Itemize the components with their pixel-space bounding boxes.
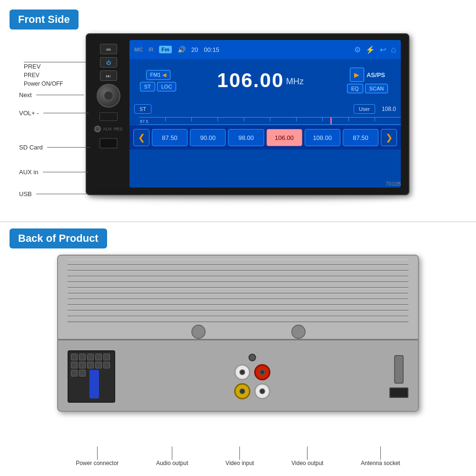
loc-label: LOC xyxy=(161,84,172,89)
prev-line xyxy=(24,62,86,62)
preset-2[interactable]: 90.00 xyxy=(190,129,226,146)
rca-inner-3 xyxy=(239,388,245,394)
st-user-row: ST User 108.0 xyxy=(129,102,401,116)
knob-inner xyxy=(104,91,113,100)
tuner-needle xyxy=(330,118,332,124)
settings-icon[interactable]: ⚙ xyxy=(354,45,361,54)
prev-freq-button[interactable]: ❮ xyxy=(133,129,149,146)
next-freq-button[interactable]: ❯ xyxy=(381,129,397,146)
back-usb-port xyxy=(389,387,408,398)
aux-jack xyxy=(94,126,101,132)
sdcard-annotation-text: SD Card xyxy=(19,144,43,151)
back-bottom-panel xyxy=(58,339,418,412)
frequency-presets: ❮ 87.50 90.00 98.00 106.00 108.00 87.50 … xyxy=(129,126,401,149)
freq-end-label: 108.0 xyxy=(382,106,396,112)
fin-7 xyxy=(68,294,408,299)
power-ann-line xyxy=(97,446,98,460)
pin-5 xyxy=(103,354,110,360)
fin-3 xyxy=(68,271,408,277)
fin-1 xyxy=(68,259,408,265)
volume-value: 20 xyxy=(191,46,198,53)
video-output-annotation: Video output xyxy=(291,446,323,466)
fm1-button[interactable]: FM1 ◀ xyxy=(146,70,170,80)
back-annotations: Power connector Audio output Video input… xyxy=(57,446,419,466)
power-button[interactable]: ⏻ xyxy=(100,57,117,68)
fin-11 xyxy=(68,317,408,322)
small-connector-1 xyxy=(191,325,206,339)
fm1-arrow: ◀ xyxy=(162,72,166,78)
power-annotation-text: PREV Power ON/OFF xyxy=(24,72,63,87)
res-label: RES xyxy=(114,127,123,131)
prev-button[interactable]: ⏮ xyxy=(100,44,117,54)
fin-2 xyxy=(68,265,408,271)
tick-2 xyxy=(191,118,192,121)
radio-device-front: ⏮ ⏻ ⏭ AUX RES MIC IR Fm 🔊 xyxy=(86,33,409,195)
fm-right-panel: ▶ AS/PS EQ SCAN xyxy=(339,68,396,93)
video-output-yellow xyxy=(234,383,250,399)
pin-9 xyxy=(95,362,102,368)
fm-label: Fm xyxy=(161,47,169,52)
fm-left-panel: FM1 ◀ ST LOC xyxy=(134,70,182,91)
as-ps-label: AS/PS xyxy=(367,71,385,79)
rca-inner-1 xyxy=(239,369,245,375)
radio-device-back: CPS xyxy=(57,255,419,412)
preset-4-active[interactable]: 106.00 xyxy=(267,129,302,146)
mini-jack-top xyxy=(248,354,256,361)
pin-11 xyxy=(71,370,78,377)
eq-button[interactable]: EQ xyxy=(347,84,363,93)
loc-button[interactable]: LOC xyxy=(157,82,177,91)
preset-1[interactable]: 87.50 xyxy=(152,129,188,146)
usb-annotation-text: USB xyxy=(19,190,32,198)
annotation-sdcard: SD Card xyxy=(19,143,90,151)
audio-output-label: Audio output xyxy=(156,460,188,466)
front-side-section: Front Side ⏮ ⏻ ⏭ AUX RES MIC IR xyxy=(0,5,476,224)
home-icon[interactable]: ⌂ xyxy=(391,45,396,55)
radio-left-controls: ⏮ ⏻ ⏭ AUX RES xyxy=(89,40,128,188)
back-side-section: Back of Product CPS xyxy=(0,224,476,476)
audio-ann-line xyxy=(172,446,172,460)
preset-3[interactable]: 98.00 xyxy=(228,129,264,146)
antenna-socket-label: Antenna socket xyxy=(361,460,400,466)
preset-6[interactable]: 87.50 xyxy=(343,129,378,146)
aux-label: AUX xyxy=(103,127,112,131)
preset-5[interactable]: 108.00 xyxy=(305,129,340,146)
bluetooth-icon[interactable]: ⚡ xyxy=(366,45,375,54)
annotation-next: Next xyxy=(19,90,84,99)
fm-main-area: FM1 ◀ ST LOC 106.00 M xyxy=(129,59,401,102)
rca-inner-4 xyxy=(259,388,265,394)
scan-label: SCAN xyxy=(369,86,384,91)
annotation-power: PREV Power ON/OFF xyxy=(24,70,63,88)
video-out-ann-line xyxy=(307,446,307,460)
tick-1 xyxy=(165,118,166,121)
next-button[interactable]: ⏭ xyxy=(100,70,117,81)
st-button[interactable]: ST xyxy=(140,82,155,91)
small-connector-2 xyxy=(291,325,306,339)
fin-9 xyxy=(68,305,408,311)
fm1-label: FM1 xyxy=(150,72,161,78)
power-connector-area xyxy=(68,350,115,403)
tick-6 xyxy=(296,118,297,121)
fin-4 xyxy=(68,277,408,282)
fm-badge: Fm xyxy=(159,46,172,53)
play-forward-button[interactable]: ▶ xyxy=(350,68,364,82)
tick-8 xyxy=(348,118,349,121)
volume-knob[interactable] xyxy=(97,84,120,108)
rca-connectors-group xyxy=(234,354,270,399)
fin-5 xyxy=(68,282,408,288)
time-value: 00:15 xyxy=(204,46,219,53)
scan-button[interactable]: SCAN xyxy=(365,84,388,93)
frequency-unit: MHz xyxy=(286,77,304,86)
front-side-badge: Front Side xyxy=(10,10,79,30)
rca-inner-2 xyxy=(259,369,265,375)
vol-annotation-text: VOL+ - xyxy=(19,109,39,117)
back-icon[interactable]: ↩ xyxy=(380,45,386,54)
pin-2 xyxy=(79,354,86,360)
back-side-label: Back of Product xyxy=(18,232,99,244)
frequency-value: 106.00 xyxy=(217,69,284,91)
antenna-ann-line xyxy=(380,446,381,460)
audio-output-row xyxy=(234,364,270,380)
next-annotation-text: Next xyxy=(19,91,32,99)
pin-6 xyxy=(71,362,78,368)
pin-10 xyxy=(103,362,110,368)
audio-output-annotation: Audio output xyxy=(156,446,188,466)
